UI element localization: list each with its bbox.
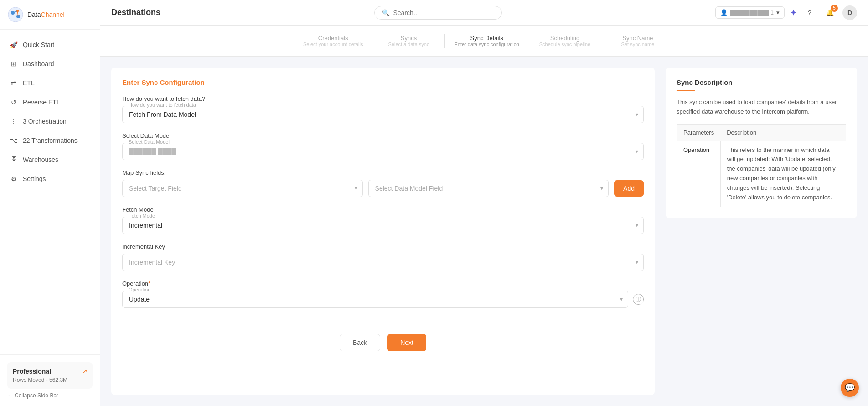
operation-wrapper: Operation Update Delete Insert ▾	[122, 291, 628, 308]
sidebar-item-label: 3 Orchestration	[23, 118, 67, 125]
sidebar-item-dashboard[interactable]: ⊞ Dashboard	[0, 54, 100, 73]
sidebar-item-label: Reverse ETL	[23, 99, 60, 106]
step-syncs[interactable]: Syncs Select a data sync	[372, 31, 445, 51]
help-icon: ?	[808, 9, 811, 16]
step-sync-name[interactable]: Sync Name Set sync name	[601, 31, 674, 51]
user-dropdown[interactable]: 👤 ██████████ 1 ▾	[715, 6, 785, 19]
sidebar-item-label: Dashboard	[23, 60, 54, 68]
sidebar-item-transformations[interactable]: ⌥ 22 Transformations	[0, 131, 100, 150]
transformations-icon: ⌥	[9, 136, 18, 145]
sidebar-item-label: ETL	[23, 79, 35, 87]
data-model-field-wrapper: Select Data Model Field ▾	[368, 180, 609, 197]
info-icon[interactable]: ⓘ	[633, 294, 644, 305]
form-section-title: Enter Sync Configuration	[122, 78, 644, 86]
fetch-mode-field-label: Fetch Mode	[127, 213, 157, 219]
step-label: Credentials	[318, 35, 348, 42]
incremental-key-group: Incremental Key Incremental Key ▾	[122, 243, 644, 271]
dashboard-icon: ⊞	[9, 59, 18, 68]
incremental-key-select[interactable]: Incremental Key	[122, 254, 644, 271]
sidebar-item-quick-start[interactable]: 🚀 Quick Start	[0, 35, 100, 54]
header-center: 🔍	[160, 6, 715, 20]
step-scheduling[interactable]: Scheduling Schedule sync pipeline	[528, 31, 601, 51]
search-icon: 🔍	[382, 9, 390, 16]
next-button[interactable]: Next	[388, 334, 426, 351]
chevron-down-icon: ▾	[776, 9, 780, 16]
avatar[interactable]: D	[842, 5, 857, 20]
logo: DataChannel	[0, 0, 100, 30]
user-name: ██████████ 1	[730, 10, 774, 16]
fetch-data-label: How do you want to fetch data?	[122, 95, 644, 102]
page-title: Destinations	[111, 8, 160, 17]
step-sublabel: Enter data sync configuration	[454, 42, 519, 47]
sidebar-item-etl[interactable]: ⇄ ETL	[0, 73, 100, 93]
header-right: 👤 ██████████ 1 ▾ ✦ ? 🔔 5 D	[715, 5, 857, 20]
add-button[interactable]: Add	[614, 180, 644, 197]
map-fields-label: Map Sync fields:	[122, 169, 644, 176]
help-button[interactable]: ?	[802, 5, 817, 20]
divider	[122, 319, 644, 319]
plan-card: Professional ↗ Rows Moved - 562.3M	[7, 362, 93, 389]
sidebar-item-orchestration[interactable]: ⋮ 3 Orchestration	[0, 112, 100, 131]
target-field-select[interactable]: Select Target Field	[122, 180, 363, 197]
fetch-mode-wrapper: Fetch Mode Incremental Full Refresh ▾	[122, 217, 644, 234]
step-sublabel: Schedule sync pipeline	[539, 42, 591, 47]
fetch-mode-label: Fetch Mode	[122, 206, 644, 213]
data-model-field-select[interactable]: Select Data Model Field	[368, 180, 609, 197]
step-sublabel: Select your account details	[303, 42, 363, 47]
logo-text: DataChannel	[27, 11, 65, 18]
back-button[interactable]: Back	[340, 334, 380, 351]
search-input[interactable]	[393, 9, 485, 16]
fetch-data-select[interactable]: Fetch From Data Model Fetch From Query F…	[122, 106, 644, 123]
operation-field-label: Operation	[127, 287, 152, 292]
fetch-mode-select[interactable]: Incremental Full Refresh	[122, 217, 644, 234]
sidebar-item-settings[interactable]: ⚙ Settings	[0, 169, 100, 188]
target-field-wrapper: Select Target Field ▾	[122, 180, 363, 197]
external-link-icon[interactable]: ↗	[83, 368, 87, 375]
fetch-data-wrapper: How do you want to fetch data Fetch From…	[122, 106, 644, 123]
step-credentials[interactable]: Credentials Select your account details	[294, 31, 372, 51]
form-actions: Back Next	[122, 330, 644, 351]
fetch-data-field-label: How do you want to fetch data	[127, 102, 198, 108]
plan-rows: Rows Moved - 562.3M	[13, 377, 87, 383]
operation-group: Operation* Operation Update Delete Inser…	[122, 280, 644, 308]
rocket-icon: 🚀	[9, 40, 18, 49]
warehouses-icon: 🗄	[9, 155, 18, 164]
step-label: Syncs	[401, 35, 417, 42]
table-header-description: Description	[720, 124, 846, 141]
table-row: Operation This refers to the manner in w…	[677, 141, 846, 207]
sidebar-item-warehouses[interactable]: 🗄 Warehouses	[0, 150, 100, 169]
reverse-etl-icon: ↺	[9, 98, 18, 107]
fetch-mode-group: Fetch Mode Fetch Mode Incremental Full R…	[122, 206, 644, 234]
sidebar: DataChannel 🚀 Quick Start ⊞ Dashboard ⇄ …	[0, 0, 100, 406]
form-area: Enter Sync Configuration How do you want…	[111, 68, 655, 395]
search-box[interactable]: 🔍	[374, 6, 502, 20]
nav: 🚀 Quick Start ⊞ Dashboard ⇄ ETL ↺ Revers…	[0, 30, 100, 354]
sidebar-item-reverse-etl[interactable]: ↺ Reverse ETL	[0, 93, 100, 112]
sidebar-bottom: Professional ↗ Rows Moved - 562.3M ← Col…	[0, 354, 100, 406]
main-content: Destinations 🔍 👤 ██████████ 1 ▾ ✦ ? 🔔 5 …	[100, 0, 868, 406]
notification-button[interactable]: 🔔 5	[822, 5, 837, 20]
collapse-sidebar-button[interactable]: ← Collapse Side Bar	[7, 392, 93, 399]
sync-desc-line	[677, 90, 695, 91]
sidebar-item-label: Quick Start	[23, 41, 54, 48]
incremental-key-label: Incremental Key	[122, 243, 644, 250]
sparkle-icon[interactable]: ✦	[790, 8, 797, 18]
sidebar-item-label: Warehouses	[23, 156, 58, 163]
settings-icon: ⚙	[9, 174, 18, 183]
map-fields-row: Select Target Field ▾ Select Data Model …	[122, 180, 644, 197]
step-sublabel: Set sync name	[621, 42, 655, 47]
step-sync-details[interactable]: Sync Details Enter data sync configurati…	[445, 31, 528, 51]
sync-description-panel: Sync Description This sync can be used t…	[666, 68, 857, 218]
user-icon: 👤	[720, 9, 728, 16]
sidebar-item-label: 22 Transformations	[23, 137, 78, 144]
page-body: Enter Sync Configuration How do you want…	[100, 57, 868, 406]
operation-select[interactable]: Update Delete Insert	[122, 291, 628, 308]
sidebar-item-label: Settings	[23, 175, 46, 182]
chat-button[interactable]: 💬	[841, 379, 859, 397]
chat-icon: 💬	[845, 383, 855, 393]
notification-badge: 5	[831, 5, 838, 12]
data-model-wrapper: Select Data Model ██████ ████ ▾	[122, 143, 644, 160]
logo-icon	[7, 6, 24, 23]
data-model-select[interactable]: ██████ ████	[122, 143, 644, 160]
desc-cell: This refers to the manner in which data …	[720, 141, 846, 207]
